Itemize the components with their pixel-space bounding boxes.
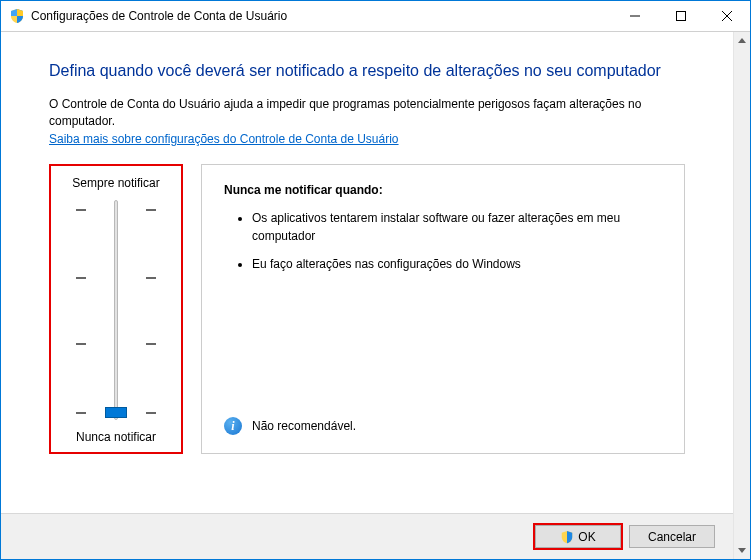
slider-tick	[146, 277, 156, 279]
page-subtext: O Controle de Conta do Usuário ajuda a i…	[49, 96, 685, 131]
minimize-button[interactable]	[612, 1, 658, 31]
window-controls	[612, 1, 750, 31]
svg-rect-1	[677, 12, 686, 21]
ok-button[interactable]: OK	[535, 525, 621, 548]
info-list-item: Eu faço alterações nas configurações do …	[252, 255, 662, 273]
slider-tick	[146, 412, 156, 414]
slider-tick	[146, 343, 156, 345]
cancel-button[interactable]: Cancelar	[629, 525, 715, 548]
scroll-up-arrow-icon[interactable]	[734, 32, 750, 49]
info-list-item: Os aplicativos tentarem instalar softwar…	[252, 209, 662, 245]
cancel-button-label: Cancelar	[648, 530, 696, 544]
slider-tick	[76, 209, 86, 211]
dialog-footer: OK Cancelar	[1, 513, 733, 559]
notification-slider-container: Sempre notificar Nunca notificar	[49, 164, 183, 454]
slider-tick	[76, 412, 86, 414]
slider-tick	[76, 277, 86, 279]
slider-label-never: Nunca notificar	[63, 430, 169, 444]
maximize-button[interactable]	[658, 1, 704, 31]
scroll-track[interactable]	[734, 49, 750, 542]
shield-icon	[560, 530, 574, 544]
ok-button-label: OK	[578, 530, 595, 544]
content-area: Defina quando você deverá ser notificado…	[1, 32, 733, 559]
slider-rail	[114, 200, 118, 420]
info-panel-title: Nunca me notificar quando:	[224, 183, 662, 197]
info-icon: i	[224, 417, 242, 435]
slider-tick	[146, 209, 156, 211]
scroll-down-arrow-icon[interactable]	[734, 542, 750, 559]
titlebar: Configurações de Controle de Conta de Us…	[1, 1, 750, 32]
info-panel: Nunca me notificar quando: Os aplicativo…	[201, 164, 685, 454]
shield-icon	[9, 8, 25, 24]
slider-label-always: Sempre notificar	[63, 176, 169, 190]
close-button[interactable]	[704, 1, 750, 31]
vertical-scrollbar[interactable]	[733, 32, 750, 559]
window-title: Configurações de Controle de Conta de Us…	[31, 9, 612, 23]
learn-more-link[interactable]: Saiba mais sobre configurações do Contro…	[49, 132, 399, 146]
slider-tick	[76, 343, 86, 345]
page-heading: Defina quando você deverá ser notificado…	[49, 60, 685, 82]
info-footer-text: Não recomendável.	[252, 419, 356, 433]
notification-slider[interactable]	[76, 200, 156, 420]
slider-thumb[interactable]	[105, 407, 127, 418]
info-footer: i Não recomendável.	[224, 417, 356, 435]
